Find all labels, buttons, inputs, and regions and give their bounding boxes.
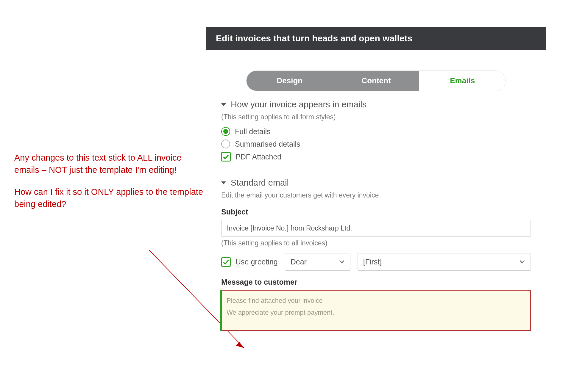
radio-icon — [221, 140, 230, 148]
subject-input[interactable] — [221, 220, 531, 237]
greeting-row: Use greeting Dear [First] — [221, 253, 531, 271]
section-divider — [221, 169, 531, 169]
tab-design[interactable]: Design — [247, 71, 333, 91]
greeting-salutation-select[interactable]: Dear — [285, 253, 350, 271]
chevron-down-icon — [339, 260, 345, 264]
radio-full-label: Full details — [235, 127, 271, 136]
appearance-note: (This setting applies to all form styles… — [221, 113, 531, 121]
edit-invoice-panel: Edit invoices that turn heads and open w… — [206, 27, 546, 331]
radio-full-details[interactable]: Full details — [221, 127, 531, 136]
section-standard-header[interactable]: Standard email — [221, 178, 531, 188]
checkbox-icon — [221, 257, 231, 267]
checkbox-pdf-label: PDF Attached — [235, 153, 281, 161]
subject-note: (This setting applies to all invoices) — [221, 239, 531, 247]
annotation-line-2: How can I fix it so it ONLY applies to t… — [14, 186, 205, 210]
tab-content[interactable]: Content — [333, 71, 419, 91]
caret-down-icon — [221, 103, 226, 106]
caret-down-icon — [221, 181, 226, 184]
message-label: Message to customer — [221, 278, 531, 286]
message-line-1: Please find attached your invoice — [227, 295, 525, 307]
section-appearance-title: How your invoice appears in emails — [231, 100, 366, 109]
radio-summarised-details[interactable]: Summarised details — [221, 140, 531, 148]
message-to-customer-textarea[interactable]: Please find attached your invoice We app… — [221, 290, 531, 331]
checkbox-pdf-attached[interactable]: PDF Attached — [221, 152, 531, 162]
radio-icon — [221, 127, 230, 136]
checkbox-use-greeting[interactable]: Use greeting — [221, 257, 278, 267]
svg-marker-1 — [236, 342, 244, 348]
greeting-salutation-value: Dear — [291, 258, 307, 266]
standard-subtext: Edit the email your customers get with e… — [221, 191, 531, 199]
greeting-name-value: [First] — [363, 258, 382, 266]
subject-label: Subject — [221, 208, 531, 216]
section-appearance-header[interactable]: How your invoice appears in emails — [221, 100, 531, 109]
chevron-down-icon — [520, 260, 525, 264]
tab-emails[interactable]: Emails — [419, 71, 506, 91]
panel-title: Edit invoices that turn heads and open w… — [206, 27, 546, 50]
annotation-block: Any changes to this text stick to ALL in… — [14, 152, 205, 220]
radio-summarised-label: Summarised details — [235, 140, 300, 148]
message-line-2: We appreciate your prompt payment. — [227, 307, 525, 319]
emails-content: How your invoice appears in emails (This… — [206, 100, 546, 331]
tab-bar: Design Content Emails — [247, 71, 506, 91]
checkbox-icon — [221, 152, 231, 162]
greeting-name-select[interactable]: [First] — [358, 253, 531, 271]
use-greeting-label: Use greeting — [235, 258, 278, 266]
section-standard-title: Standard email — [231, 178, 289, 188]
annotation-line-1: Any changes to this text stick to ALL in… — [14, 152, 205, 176]
